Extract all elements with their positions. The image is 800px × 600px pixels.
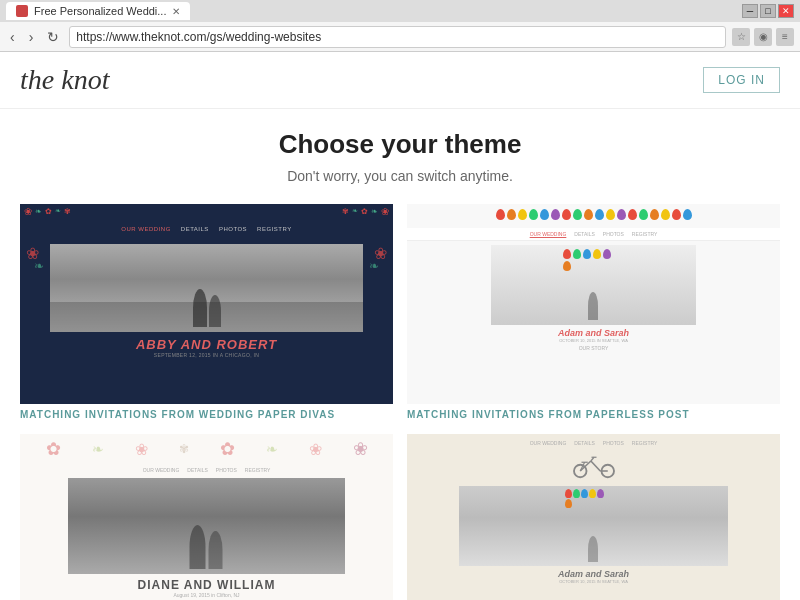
site-logo: the knot — [20, 64, 109, 96]
floral-nav-wedding: OUR WEDDING — [143, 467, 180, 473]
minimize-button[interactable]: ─ — [742, 4, 758, 18]
white-nav-photos: PHOTOS — [603, 231, 624, 237]
floral-nav-registry: REGISTRY — [245, 467, 270, 473]
browser-addressbar: ‹ › ↻ https://www.theknot.com/gs/wedding… — [0, 22, 800, 52]
url-text: https://www.theknot.com/gs/wedding-websi… — [76, 30, 321, 44]
navy-theme-label: MATCHING INVITATIONS FROM WEDDING PAPER … — [20, 409, 393, 420]
nav-registry: REGISTRY — [257, 226, 292, 232]
page-subtitle: Don't worry, you can switch anytime. — [20, 168, 780, 184]
close-button[interactable]: ✕ — [778, 4, 794, 18]
tab-close-button[interactable]: ✕ — [172, 6, 180, 17]
tan-nav-photos: PHOTOS — [603, 440, 624, 446]
tan-couple-date: OCTOBER 10, 2015 IN SEATTLE, WA — [407, 579, 780, 584]
window-controls: ─ □ ✕ — [742, 4, 794, 18]
white-couple-date: OCTOBER 10, 2015 IN SEATTLE, WA — [407, 338, 780, 343]
white-nav-active: OUR WEDDING — [530, 231, 567, 237]
menu-icon[interactable]: ≡ — [776, 28, 794, 46]
floral-nav-photos: PHOTOS — [216, 467, 237, 473]
floral-nav-details: DETAILS — [187, 467, 207, 473]
floral-couple-date: August 19, 2015 in Clifton, NJ — [20, 592, 393, 598]
theme-card-tan[interactable]: OUR WEDDING DETAILS PHOTOS REGISTRY — [407, 434, 780, 600]
theme-floral-preview: ✿ ❧ ❀ ✾ ✿ ❧ ❀ ❀ OUR — [20, 434, 393, 600]
theme-navy-preview: ❀ ❧ ✿ ❧ ✾ ✾ ❧ ✿ ❧ ❀ — [20, 204, 393, 404]
floral-couple-name: DIANE AND WILLIAM — [20, 578, 393, 592]
theme-preview-navy: ❀ ❧ ✿ ❧ ✾ ✾ ❧ ✿ ❧ ❀ — [20, 204, 393, 404]
theme-grid: ❀ ❧ ✿ ❧ ✾ ✾ ❧ ✿ ❧ ❀ — [20, 204, 780, 600]
theme-card-floral[interactable]: ✿ ❧ ❀ ✾ ✿ ❧ ❀ ❀ OUR — [20, 434, 393, 600]
maximize-button[interactable]: □ — [760, 4, 776, 18]
white-couple-name: Adam and Sarah — [407, 328, 780, 338]
tan-nav-wedding: OUR WEDDING — [530, 440, 567, 446]
tan-couple-name: Adam and Sarah — [407, 569, 780, 579]
bookmark-icon[interactable]: ☆ — [732, 28, 750, 46]
browser-icons: ☆ ◉ ≡ — [732, 28, 794, 46]
site-header: the knot LOG IN — [0, 52, 800, 109]
page-title: Choose your theme — [20, 129, 780, 160]
theme-tan-preview: OUR WEDDING DETAILS PHOTOS REGISTRY — [407, 434, 780, 600]
theme-navy-nav: OUR WEDDING DETAILS PHOTOS REGISTRY — [26, 222, 387, 236]
theme-card-navy[interactable]: ❀ ❧ ✿ ❧ ✾ ✾ ❧ ✿ ❧ ❀ — [20, 204, 393, 420]
theme-preview-floral: ✿ ❧ ❀ ✾ ✿ ❧ ❀ ❀ OUR — [20, 434, 393, 600]
theme-preview-white: OUR WEDDING DETAILS PHOTOS REGISTRY — [407, 204, 780, 404]
reload-button[interactable]: ↻ — [43, 27, 63, 47]
address-bar[interactable]: https://www.theknot.com/gs/wedding-websi… — [69, 26, 726, 48]
white-nav-details: DETAILS — [574, 231, 594, 237]
browser-titlebar: Free Personalized Weddi... ✕ ─ □ ✕ — [0, 0, 800, 22]
white-theme-label: MATCHING INVITATIONS FROM PAPERLESS POST — [407, 409, 780, 420]
forward-button[interactable]: › — [25, 27, 38, 47]
tab-favicon — [16, 5, 28, 17]
white-our-story: OUR STORY — [407, 345, 780, 351]
theme-white-preview: OUR WEDDING DETAILS PHOTOS REGISTRY — [407, 204, 780, 404]
nav-details: DETAILS — [181, 226, 209, 232]
bicycle-icon — [569, 452, 619, 480]
navy-couple-name: ABBY AND ROBERT — [20, 337, 393, 352]
main-content: Choose your theme Don't worry, you can s… — [0, 109, 800, 600]
login-button[interactable]: LOG IN — [703, 67, 780, 93]
tan-nav-details: DETAILS — [574, 440, 594, 446]
theme-preview-tan: OUR WEDDING DETAILS PHOTOS REGISTRY — [407, 434, 780, 600]
navy-couple-date: SEPTEMBER 12, 2015 IN A CHICAGO, IN — [20, 352, 393, 358]
nav-photos: PHOTOS — [219, 226, 247, 232]
svg-line-3 — [590, 461, 599, 471]
tab-title: Free Personalized Weddi... — [34, 5, 166, 17]
nav-our-wedding: OUR WEDDING — [121, 226, 171, 232]
tan-nav-registry: REGISTRY — [632, 440, 657, 446]
browser-icon[interactable]: ◉ — [754, 28, 772, 46]
theme-card-white[interactable]: OUR WEDDING DETAILS PHOTOS REGISTRY — [407, 204, 780, 420]
browser-tab[interactable]: Free Personalized Weddi... ✕ — [6, 2, 190, 20]
back-button[interactable]: ‹ — [6, 27, 19, 47]
white-nav-registry: REGISTRY — [632, 231, 657, 237]
page-content: the knot LOG IN Choose your theme Don't … — [0, 52, 800, 600]
